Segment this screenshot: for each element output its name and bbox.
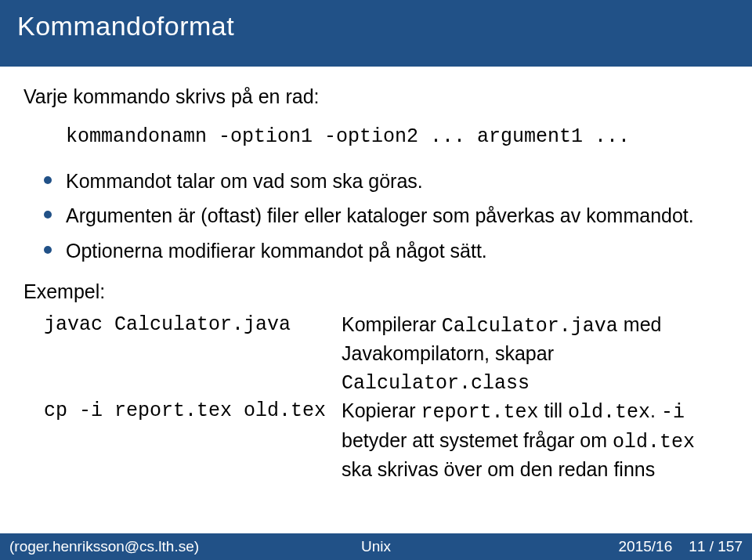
example-table: javac Calculator.java Kompilerar Calcula… bbox=[44, 311, 728, 484]
slide-title: Kommandoformat bbox=[17, 11, 234, 41]
example-description: Kopierar report.tex till old.tex. -i bet… bbox=[342, 397, 728, 484]
slide-title-bar: Kommandoformat bbox=[0, 0, 752, 67]
command-format-line: kommandonamn -option1 -option2 ... argum… bbox=[66, 125, 728, 148]
bullet-item: Kommandot talar om vad som ska göras. bbox=[44, 167, 728, 195]
slide-body: Varje kommando skrivs på en rad: kommand… bbox=[0, 67, 752, 484]
bullet-item: Optionerna modifierar kommandot på något… bbox=[44, 237, 728, 265]
footer-term: 2015/16 bbox=[619, 538, 673, 555]
bullet-list: Kommandot talar om vad som ska göras. Ar… bbox=[44, 167, 728, 265]
slide-footer: (roger.henriksson@cs.lth.se) Unix 2015/1… bbox=[0, 533, 752, 560]
example-description: Kompilerar Calculator.java med Javakompi… bbox=[342, 311, 728, 398]
footer-author: (roger.henriksson@cs.lth.se) bbox=[9, 538, 254, 555]
example-label: Exempel: bbox=[24, 280, 728, 303]
example-command: cp -i report.tex old.tex bbox=[44, 397, 334, 484]
example-command: javac Calculator.java bbox=[44, 311, 334, 398]
footer-page-number: 11 / 157 bbox=[689, 538, 743, 555]
intro-text: Varje kommando skrivs på en rad: bbox=[24, 85, 728, 108]
footer-course: Unix bbox=[254, 538, 498, 555]
bullet-item: Argumenten är (oftast) filer eller katal… bbox=[44, 201, 728, 229]
footer-page: 2015/16 11 / 157 bbox=[498, 538, 743, 555]
